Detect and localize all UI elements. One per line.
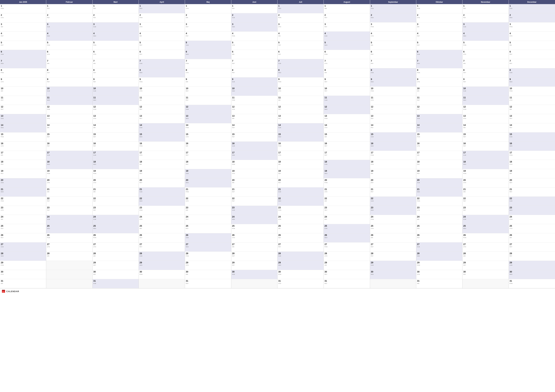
day-cell[interactable]: 31SRI	[416, 279, 462, 288]
day-cell[interactable]: 3SRI	[0, 22, 46, 32]
day-cell[interactable]: 4NED	[46, 32, 92, 41]
day-cell[interactable]: 10SUB	[93, 87, 139, 96]
day-cell[interactable]: 28SUB	[139, 252, 185, 261]
day-cell[interactable]: 19SUB	[185, 169, 231, 178]
day-cell[interactable]: 7PON	[185, 59, 231, 68]
day-cell[interactable]: 16PET	[462, 142, 509, 151]
day-cell[interactable]: 29SUB	[509, 261, 555, 270]
day-cell[interactable]: 9UTO	[0, 78, 46, 87]
day-cell[interactable]: 21PON	[185, 187, 231, 197]
day-cell[interactable]: 30NED	[370, 270, 416, 279]
day-cell[interactable]: 24NED	[231, 215, 277, 224]
day-cell[interactable]: 4SRI	[139, 32, 185, 41]
day-cell[interactable]: 23ČET	[324, 206, 370, 215]
day-cell[interactable]: 10ČET	[185, 87, 231, 96]
day-cell[interactable]: 16PON	[139, 142, 185, 151]
day-cell[interactable]: 1PON	[416, 4, 462, 13]
day-cell[interactable]: 10SUB	[462, 87, 509, 96]
day-cell[interactable]: 20PON	[324, 178, 370, 187]
day-cell[interactable]: 4PET	[185, 32, 231, 41]
day-cell[interactable]: 13UTO	[93, 114, 139, 123]
day-cell[interactable]: 1SUB	[370, 4, 416, 13]
day-cell[interactable]: 16UTO	[416, 142, 462, 151]
day-cell[interactable]: 23UTO	[0, 206, 46, 215]
day-cell[interactable]: 8ČET	[462, 68, 509, 78]
day-cell[interactable]: 22ČET	[462, 197, 509, 206]
day-cell[interactable]: 18ČET	[0, 160, 46, 169]
day-cell[interactable]: 16PET	[46, 142, 92, 151]
day-cell[interactable]: 21SRI	[93, 187, 139, 197]
day-cell[interactable]: 6ČET	[370, 50, 416, 59]
day-cell[interactable]: 27SUB	[0, 242, 46, 252]
day-cell[interactable]: 25ČET	[0, 224, 46, 233]
day-cell[interactable]: 6SRI	[231, 50, 277, 59]
day-cell[interactable]: 31SRI	[0, 279, 46, 288]
day-cell[interactable]: 25NED	[462, 224, 509, 233]
day-cell[interactable]: 1ČET	[93, 4, 139, 13]
day-cell[interactable]: 14SUB	[278, 123, 323, 132]
day-cell[interactable]: 6PET	[278, 50, 323, 59]
day-cell[interactable]: 17SUB	[93, 151, 139, 160]
day-cell[interactable]: 29NED	[139, 261, 185, 270]
day-cell[interactable]: 15SUB	[509, 132, 555, 142]
day-cell[interactable]: 9PON	[278, 78, 323, 87]
day-cell[interactable]: 30SUB	[231, 270, 277, 279]
day-cell[interactable]: 16SRI	[185, 142, 231, 151]
day-cell[interactable]: 18PET	[185, 160, 231, 169]
day-cell[interactable]: 21ČET	[231, 187, 277, 197]
day-cell[interactable]: 13ČET	[509, 114, 555, 123]
day-cell[interactable]: 8ČET	[46, 68, 92, 78]
day-cell[interactable]: 8PON	[0, 68, 46, 78]
day-cell[interactable]: 14PON	[185, 123, 231, 132]
day-cell[interactable]: 27SUB	[416, 242, 462, 252]
day-cell[interactable]: 18SRI	[278, 160, 323, 169]
day-cell[interactable]: 26NED	[324, 233, 370, 242]
day-cell[interactable]: 22SUB	[509, 197, 555, 206]
day-cell[interactable]: 5PON	[462, 41, 509, 50]
day-cell[interactable]: 26PON	[46, 233, 92, 242]
day-cell[interactable]: 21SRI	[46, 187, 92, 197]
day-cell[interactable]: 7PET	[370, 59, 416, 68]
day-cell[interactable]: 20NED	[185, 178, 231, 187]
day-cell[interactable]: 2PON	[278, 13, 323, 22]
day-cell[interactable]: 8SRI	[324, 68, 370, 78]
day-cell[interactable]: 3SUB	[93, 22, 139, 32]
day-cell[interactable]: 11SRI	[278, 96, 323, 105]
day-cell[interactable]: 10UTO	[278, 87, 323, 96]
day-cell[interactable]: 30ČET	[324, 270, 370, 279]
day-cell[interactable]: 11ČET	[0, 96, 46, 105]
day-cell[interactable]: 8NED	[278, 68, 323, 78]
day-cell[interactable]: 24PON	[370, 215, 416, 224]
day-cell[interactable]: 10PON	[370, 87, 416, 96]
day-cell[interactable]: 7NED	[416, 59, 462, 68]
day-cell[interactable]: 6PON	[324, 50, 370, 59]
day-cell[interactable]: 26ČET	[278, 233, 323, 242]
day-cell[interactable]: 11NED	[462, 96, 509, 105]
day-cell[interactable]: 17SRI	[0, 151, 46, 160]
day-cell[interactable]: 10SRI	[416, 87, 462, 96]
day-cell[interactable]: 30PET	[93, 270, 139, 279]
day-cell[interactable]: 22PET	[231, 197, 277, 206]
day-cell[interactable]: 15UTO	[185, 132, 231, 142]
day-cell[interactable]: 21NED	[416, 187, 462, 197]
day-cell[interactable]: 16NED	[370, 142, 416, 151]
day-cell[interactable]: 26SUB	[185, 233, 231, 242]
day-cell[interactable]: 26ČET	[139, 233, 185, 242]
day-cell[interactable]: 8SUB	[370, 68, 416, 78]
day-cell[interactable]: 2SRI	[185, 13, 231, 22]
day-cell[interactable]: 22SRI	[324, 197, 370, 206]
day-cell[interactable]: 22PON	[0, 197, 46, 206]
day-cell[interactable]: 2PON	[139, 13, 185, 22]
day-cell[interactable]: 16SUB	[231, 142, 277, 151]
day-cell[interactable]: 13UTO	[46, 114, 92, 123]
day-cell[interactable]: 29PON	[0, 261, 46, 270]
day-cell[interactable]: 30NED	[509, 270, 555, 279]
day-cell[interactable]: 9NED	[509, 78, 555, 87]
day-cell[interactable]: 4PON	[231, 32, 277, 41]
day-cell[interactable]: 16UTO	[0, 142, 46, 151]
day-cell[interactable]: 10PET	[324, 87, 370, 96]
day-cell[interactable]: 25PET	[185, 224, 231, 233]
day-cell[interactable]: 24PON	[509, 215, 555, 224]
day-cell[interactable]: 9PON	[139, 78, 185, 87]
day-cell[interactable]: 30PON	[278, 270, 323, 279]
